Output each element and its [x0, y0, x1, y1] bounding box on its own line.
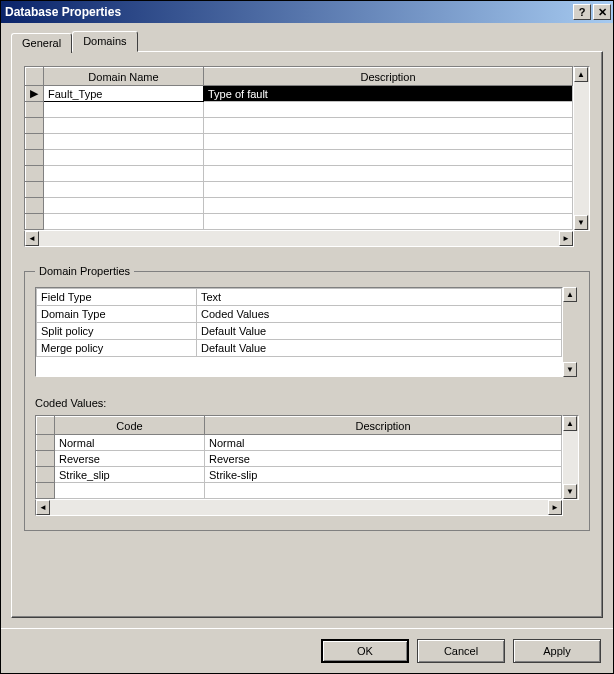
scroll-left-icon[interactable]: ◄	[25, 231, 39, 246]
row-header[interactable]	[26, 166, 44, 182]
col-header-description[interactable]: Description	[205, 417, 562, 435]
cell-domain-name[interactable]: Fault_Type	[44, 86, 204, 102]
cell-desc[interactable]: Reverse	[205, 451, 562, 467]
apply-button[interactable]: Apply	[513, 639, 601, 663]
col-header-description[interactable]: Description	[204, 68, 573, 86]
properties-grid[interactable]: Field TypeText Domain TypeCoded Values S…	[35, 287, 563, 377]
row-header[interactable]: ▶	[26, 86, 44, 102]
col-header-code[interactable]: Code	[55, 417, 205, 435]
prop-value[interactable]: Text	[197, 289, 562, 306]
scroll-up-icon[interactable]: ▲	[563, 287, 577, 302]
scroll-right-icon[interactable]: ►	[559, 231, 573, 246]
close-button[interactable]: ✕	[593, 4, 611, 20]
cell-description[interactable]: Type of fault	[204, 86, 573, 102]
ok-button[interactable]: OK	[321, 639, 409, 663]
domain-properties-legend: Domain Properties	[35, 265, 134, 277]
prop-value[interactable]: Default Value	[197, 323, 562, 340]
row-header[interactable]	[26, 118, 44, 134]
tab-strip: General Domains	[11, 31, 603, 51]
scroll-right-icon[interactable]: ►	[548, 500, 562, 515]
scroll-left-icon[interactable]: ◄	[36, 500, 50, 515]
coded-values-grid[interactable]: Code Description NormalNormal ReverseRev…	[35, 415, 563, 500]
prop-label: Split policy	[37, 323, 197, 340]
tab-general[interactable]: General	[11, 33, 72, 53]
button-bar: OK Cancel Apply	[1, 628, 613, 673]
cell-desc[interactable]: Normal	[205, 435, 562, 451]
grid-corner	[26, 68, 44, 86]
window-title: Database Properties	[5, 5, 571, 19]
cell-code[interactable]: Strike_slip	[55, 467, 205, 483]
row-header[interactable]	[26, 102, 44, 118]
domains-grid[interactable]: Domain Name Description ▶ Fault_Type Typ…	[24, 66, 574, 231]
cancel-button[interactable]: Cancel	[417, 639, 505, 663]
prop-label: Merge policy	[37, 340, 197, 357]
titlebar: Database Properties ? ✕	[1, 1, 613, 23]
help-button[interactable]: ?	[573, 4, 591, 20]
row-header[interactable]	[26, 134, 44, 150]
scroll-up-icon[interactable]: ▲	[563, 416, 577, 431]
cell-code[interactable]: Normal	[55, 435, 205, 451]
grid-corner	[37, 417, 55, 435]
prop-value[interactable]: Coded Values	[197, 306, 562, 323]
row-header[interactable]	[26, 150, 44, 166]
domains-hscroll[interactable]: ◄ ►	[24, 231, 574, 247]
coded-values-label: Coded Values:	[35, 397, 579, 409]
scroll-down-icon[interactable]: ▼	[563, 484, 577, 499]
tab-panel-domains: Domain Name Description ▶ Fault_Type Typ…	[11, 51, 603, 618]
row-header[interactable]	[26, 182, 44, 198]
row-header[interactable]	[37, 483, 55, 499]
row-header[interactable]	[37, 467, 55, 483]
prop-label: Domain Type	[37, 306, 197, 323]
scroll-down-icon[interactable]: ▼	[574, 215, 588, 230]
prop-value[interactable]: Default Value	[197, 340, 562, 357]
tab-domains[interactable]: Domains	[72, 31, 137, 52]
row-header[interactable]	[26, 214, 44, 230]
col-header-domain-name[interactable]: Domain Name	[44, 68, 204, 86]
row-header[interactable]	[37, 451, 55, 467]
prop-label: Field Type	[37, 289, 197, 306]
dialog-window: Database Properties ? ✕ General Domains	[0, 0, 614, 674]
row-header[interactable]	[37, 435, 55, 451]
scroll-up-icon[interactable]: ▲	[574, 67, 588, 82]
domains-vscroll[interactable]: ▲ ▼	[574, 66, 590, 231]
domain-properties-group: Domain Properties Field TypeText Domain …	[24, 265, 590, 531]
coded-hscroll[interactable]: ◄ ►	[35, 500, 563, 516]
coded-vscroll[interactable]: ▲ ▼	[563, 415, 579, 500]
scroll-down-icon[interactable]: ▼	[563, 362, 577, 377]
cell-code[interactable]: Reverse	[55, 451, 205, 467]
cell-desc[interactable]: Strike-slip	[205, 467, 562, 483]
row-header[interactable]	[26, 198, 44, 214]
